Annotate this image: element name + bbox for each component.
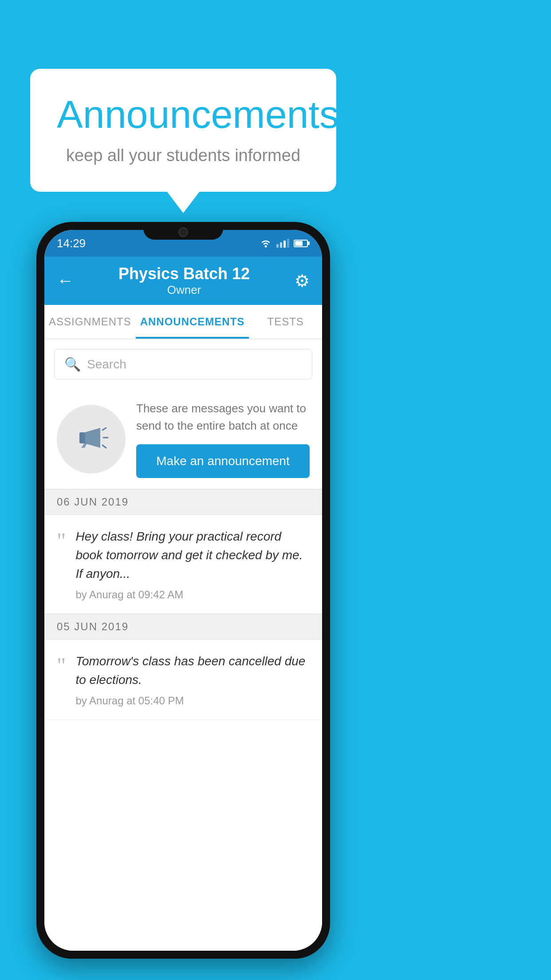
header-subtitle: Owner bbox=[118, 283, 250, 297]
svg-rect-1 bbox=[79, 432, 85, 443]
promo-icon-circle bbox=[57, 405, 126, 474]
announcement-text-1: Hey class! Bring your practical record b… bbox=[75, 527, 310, 601]
date-separator-2: 05 JUN 2019 bbox=[44, 614, 322, 640]
phone-outer: 14:29 bbox=[36, 222, 330, 959]
announcement-meta-1: by Anurag at 09:42 AM bbox=[75, 589, 310, 601]
make-announcement-button[interactable]: Make an announcement bbox=[136, 444, 310, 478]
search-icon: 🔍 bbox=[64, 356, 81, 372]
announcement-item-2[interactable]: " Tomorrow's class has been cancelled du… bbox=[44, 640, 322, 720]
tab-assignments[interactable]: ASSIGNMENTS bbox=[44, 305, 136, 339]
search-placeholder: Search bbox=[87, 357, 126, 371]
announcement-item-1[interactable]: " Hey class! Bring your practical record… bbox=[44, 515, 322, 614]
phone-screen: 14:29 bbox=[44, 230, 322, 951]
quote-icon-1: " bbox=[57, 530, 66, 552]
phone-notch bbox=[143, 222, 223, 240]
header-title: Physics Batch 12 bbox=[118, 265, 250, 283]
search-bar[interactable]: 🔍 Search bbox=[54, 349, 312, 379]
phone-mockup: 14:29 bbox=[36, 222, 330, 959]
content-area: 🔍 Search bbox=[44, 339, 322, 951]
megaphone-icon bbox=[71, 419, 111, 459]
announcement-message-2: Tomorrow's class has been cancelled due … bbox=[75, 652, 310, 689]
header-center: Physics Batch 12 Owner bbox=[118, 265, 250, 297]
announcement-message-1: Hey class! Bring your practical record b… bbox=[75, 527, 310, 583]
phone-camera bbox=[178, 227, 188, 237]
battery-icon bbox=[294, 240, 308, 247]
wifi-icon bbox=[260, 239, 272, 248]
announcements-heading: Announcements bbox=[57, 93, 310, 136]
tab-tests[interactable]: TESTS bbox=[249, 305, 322, 339]
announcement-meta-2: by Anurag at 05:40 PM bbox=[75, 695, 310, 707]
promo-text-area: These are messages you want to send to t… bbox=[136, 400, 310, 478]
date-separator-1: 06 JUN 2019 bbox=[44, 489, 322, 515]
svg-line-4 bbox=[102, 445, 106, 448]
back-button[interactable]: ← bbox=[57, 271, 74, 290]
svg-point-0 bbox=[265, 245, 267, 248]
status-time: 14:29 bbox=[57, 237, 86, 250]
tabs-bar: ASSIGNMENTS ANNOUNCEMENTS TESTS bbox=[44, 305, 322, 339]
status-icons bbox=[260, 239, 308, 248]
speech-bubble-card: Announcements keep all your students inf… bbox=[30, 69, 336, 192]
announcement-text-2: Tomorrow's class has been cancelled due … bbox=[75, 652, 310, 707]
speech-bubble: Announcements keep all your students inf… bbox=[30, 69, 336, 192]
app-header: ← Physics Batch 12 Owner ⚙ bbox=[44, 257, 322, 305]
quote-icon-2: " bbox=[57, 654, 66, 676]
settings-icon[interactable]: ⚙ bbox=[295, 271, 310, 291]
svg-line-2 bbox=[102, 428, 106, 430]
promo-description: These are messages you want to send to t… bbox=[136, 400, 310, 435]
promo-section: These are messages you want to send to t… bbox=[44, 389, 322, 489]
signal-icon bbox=[276, 239, 289, 248]
battery-fill bbox=[295, 241, 303, 246]
tab-announcements[interactable]: ANNOUNCEMENTS bbox=[136, 305, 249, 339]
announcements-subtitle: keep all your students informed bbox=[57, 146, 310, 165]
